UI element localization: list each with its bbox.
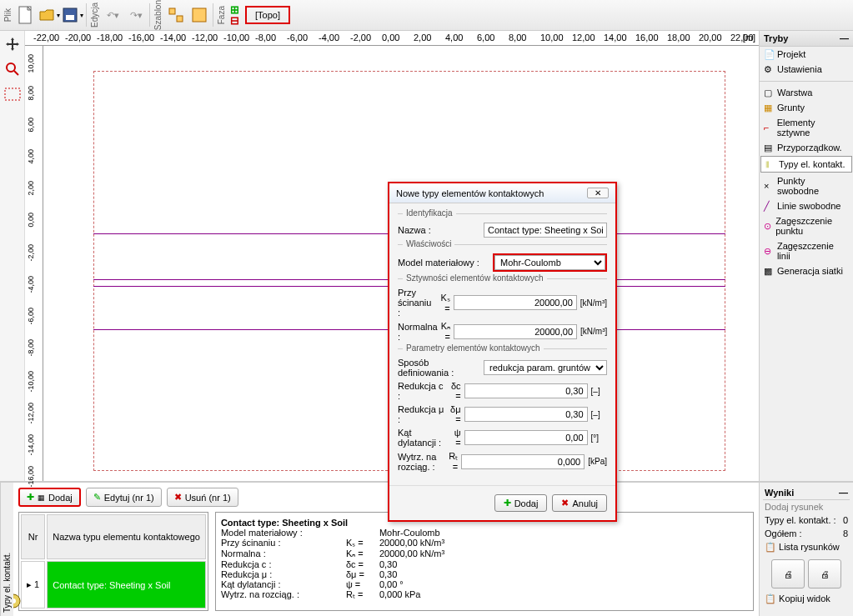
faza-label: Faza bbox=[217, 6, 226, 24]
close-icon[interactable]: ✕ bbox=[587, 188, 609, 198]
template-1-icon[interactable] bbox=[164, 3, 188, 28]
panel-minimize-icon[interactable]: — bbox=[840, 33, 849, 43]
mode-contact-types[interactable]: ⫴Typy el. kontakt. bbox=[760, 156, 852, 173]
phase-add-icon[interactable]: ⊞ bbox=[230, 5, 239, 15]
open-file-icon[interactable]: ▾ bbox=[38, 3, 61, 28]
svg-rect-5 bbox=[193, 8, 206, 22]
col-nr: Nr bbox=[21, 514, 45, 559]
dialog-cancel-button[interactable]: ✖Anuluj bbox=[552, 494, 607, 512]
definition-mode-select[interactable]: redukcja param. gruntów bbox=[484, 360, 607, 375]
bottom-tab-label: Typy el. kontakt. bbox=[0, 483, 13, 616]
move-tool-icon[interactable] bbox=[3, 34, 23, 54]
modes-panel: Tryby— 📄Projekt ⚙Ustawienia ▢Warstwa ▦Gr… bbox=[759, 31, 853, 481]
kn-input[interactable] bbox=[454, 324, 577, 339]
x-icon: ✖ bbox=[561, 498, 569, 508]
edycja-label: Edycja bbox=[90, 3, 99, 28]
redo-icon[interactable]: ↷▾ bbox=[124, 3, 148, 28]
mode-soils[interactable]: ▦Grunty bbox=[760, 100, 853, 115]
assign-icon: ▤ bbox=[764, 143, 774, 153]
pencil-icon: ✎ bbox=[93, 492, 101, 503]
mode-project[interactable]: 📄Projekt bbox=[760, 47, 853, 62]
svg-line-7 bbox=[14, 71, 18, 75]
contact-types-table: NrNazwa typu elementu kontaktowego ▸ 1Co… bbox=[18, 512, 208, 611]
col-name: Nazwa typu elementu kontaktowego bbox=[47, 514, 206, 559]
gear-icon: ⚙ bbox=[764, 64, 774, 74]
phase-remove-icon[interactable]: ⊟ bbox=[230, 16, 239, 26]
new-file-icon[interactable] bbox=[14, 3, 38, 28]
add-drawing-btn[interactable]: Dodaj rysunek bbox=[765, 502, 823, 512]
results-panel: Wyniki— Dodaj rysunek Typy el. kontakt. … bbox=[759, 483, 853, 616]
mode-point-refine[interactable]: ⊙Zagęszczenie punktu bbox=[760, 213, 853, 238]
undo-icon[interactable]: ↶▾ bbox=[101, 3, 124, 28]
select-area-icon[interactable] bbox=[3, 84, 23, 104]
dialog-add-button[interactable]: ✚Dodaj bbox=[494, 494, 548, 512]
point-icon: × bbox=[764, 181, 774, 191]
psi-input[interactable] bbox=[464, 430, 588, 445]
dialog-title: Nowe typy elementów kontaktowych bbox=[396, 188, 544, 198]
drawing-list-btn[interactable]: 📋 Lista rysunków bbox=[765, 542, 840, 553]
delete-button[interactable]: ✖ Usuń (nr 1) bbox=[167, 488, 238, 507]
plik-label: Plik bbox=[3, 8, 13, 22]
mode-free-lines[interactable]: ╱Linie swobodne bbox=[760, 198, 853, 213]
material-model-select[interactable]: Mohr-Coulomb bbox=[494, 255, 605, 270]
topo-phase-tab[interactable]: [Topo] bbox=[245, 6, 290, 24]
mode-assign[interactable]: ▤Przyporządkow. bbox=[760, 140, 853, 155]
printer-color-icon: 🖨 bbox=[820, 569, 830, 579]
detail-panel: Contact type: Sheeting x Soil Model mate… bbox=[215, 512, 754, 611]
soils-icon: ▦ bbox=[764, 103, 774, 113]
rigid-icon: ⌐ bbox=[764, 123, 774, 133]
mode-mesh-gen[interactable]: ▩Generacja siatki bbox=[760, 263, 853, 278]
mesh-icon: ▩ bbox=[764, 266, 774, 276]
add-button[interactable]: ✚▦ Dodaj bbox=[18, 488, 81, 507]
modes-title: Tryby bbox=[764, 33, 788, 43]
szablon-label: Szablon bbox=[153, 0, 163, 30]
svg-rect-4 bbox=[177, 16, 183, 22]
mode-rigid[interactable]: ⌐Elementy sztywne bbox=[760, 115, 853, 140]
printer-icon: 🖨 bbox=[784, 569, 793, 579]
line-icon: ╱ bbox=[764, 201, 774, 211]
svg-rect-3 bbox=[169, 8, 175, 14]
svg-point-6 bbox=[7, 63, 15, 72]
results-title: Wyniki bbox=[765, 488, 794, 498]
ks-input[interactable] bbox=[454, 295, 577, 310]
contact-icon: ⫴ bbox=[765, 159, 775, 169]
svg-rect-8 bbox=[5, 88, 20, 100]
new-contact-type-dialog: Nowe typy elementów kontaktowych ✕ Ident… bbox=[388, 182, 617, 522]
x-icon: ✖ bbox=[174, 492, 182, 503]
save-file-icon[interactable]: ▾ bbox=[61, 3, 84, 28]
edit-button[interactable]: ✎ Edytuj (nr 1) bbox=[86, 488, 162, 507]
print-1-button[interactable]: 🖨 bbox=[771, 559, 805, 588]
table-row[interactable]: ▸ 1Contact type: Sheeting x Soil bbox=[21, 561, 206, 608]
mode-settings[interactable]: ⚙Ustawienia bbox=[760, 62, 853, 77]
delta-c-input[interactable] bbox=[464, 383, 588, 398]
svg-rect-2 bbox=[66, 15, 74, 20]
ruler-vertical: 10,008,006,004,002,000,00-2,00-4,00-6,00… bbox=[25, 46, 43, 481]
main-toolbar: Plik ▾ ▾ Edycja ↶▾ ↷▾ Szablon Faza ⊞ ⊟ [… bbox=[0, 0, 853, 31]
left-toolbar bbox=[0, 31, 25, 481]
name-input[interactable] bbox=[484, 223, 607, 238]
mode-line-refine[interactable]: ⊖Zagęszczenie linii bbox=[760, 238, 853, 263]
mode-layer[interactable]: ▢Warstwa bbox=[760, 85, 853, 100]
mode-free-points[interactable]: ×Punkty swobodne bbox=[760, 173, 853, 198]
line-refine-icon: ⊖ bbox=[764, 246, 774, 256]
layer-icon: ▢ bbox=[764, 88, 774, 98]
zoom-tool-icon[interactable] bbox=[3, 59, 23, 79]
rt-input[interactable] bbox=[461, 454, 585, 469]
results-minimize-icon[interactable]: — bbox=[839, 488, 848, 498]
delta-mu-input[interactable] bbox=[464, 407, 588, 422]
template-2-icon[interactable] bbox=[188, 3, 211, 28]
print-2-button[interactable]: 🖨 bbox=[808, 559, 841, 588]
ruler-horizontal: -22,00-20,00-18,00-16,00-14,00-12,00-10,… bbox=[25, 31, 759, 46]
plus-icon: ✚ bbox=[504, 498, 511, 508]
copy-view-btn[interactable]: 📋 Kopiuj widok bbox=[765, 593, 830, 604]
plus-icon: ✚ bbox=[27, 492, 34, 503]
point-refine-icon: ⊙ bbox=[764, 221, 772, 231]
document-icon: 📄 bbox=[764, 49, 774, 59]
